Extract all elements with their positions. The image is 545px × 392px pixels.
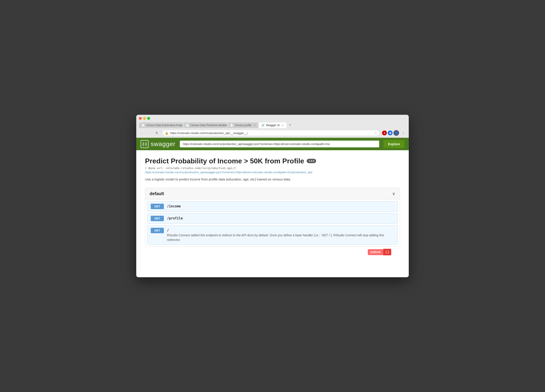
maximize-window-button[interactable] bbox=[147, 117, 150, 120]
endpoint-inner-root: GET / RStudio Connect added this endpoin… bbox=[148, 226, 397, 244]
minimize-window-button[interactable] bbox=[143, 117, 146, 120]
bookmark-icon[interactable]: ☆ bbox=[374, 131, 377, 135]
browser-tab-3[interactable]: 📄 Census profile ✕ bbox=[227, 122, 258, 128]
url-text: https://colorado.rstudio.com/rsc/product… bbox=[170, 131, 372, 135]
error-icon-button[interactable]: {-} bbox=[383, 249, 391, 255]
close-window-button[interactable] bbox=[139, 117, 142, 120]
chevron-down-icon: ∨ bbox=[392, 191, 395, 196]
swagger-url-input[interactable] bbox=[180, 141, 379, 147]
default-section-header[interactable]: default ∨ bbox=[145, 188, 400, 200]
profile-avatar[interactable]: 👤 bbox=[393, 130, 399, 136]
endpoint-row-income[interactable]: GET /income bbox=[147, 201, 398, 212]
lock-icon: 🔒 bbox=[165, 131, 168, 135]
method-badge-root: GET bbox=[151, 228, 164, 233]
browser-window: 📄 Census Data Exploratory Analy... ✕ 📄 C… bbox=[136, 115, 409, 277]
swagger-header: {-} swagger Explore bbox=[136, 138, 409, 150]
swagger-logo-icon: {-} bbox=[141, 140, 149, 148]
url-bar-container: ← → ↻ 🔒 https://colorado.rstudio.com/rsc… bbox=[136, 128, 409, 138]
method-badge-income: GET bbox=[151, 204, 164, 209]
default-section-title: default bbox=[150, 191, 164, 196]
api-title-block: Predict Probability of Income > 50K from… bbox=[145, 157, 400, 174]
version-badge: 1.0.0 bbox=[307, 159, 316, 163]
endpoint-path-profile: /profile bbox=[167, 216, 183, 221]
title-bar: 📄 Census Data Exploratory Analy... ✕ 📄 C… bbox=[136, 115, 409, 128]
api-title: Predict Probability of Income > 50K from… bbox=[145, 157, 400, 165]
reload-button[interactable]: ↻ bbox=[154, 130, 160, 136]
more-options-button[interactable]: ⋮ bbox=[400, 130, 406, 136]
tab-icon-1: 📄 bbox=[142, 124, 145, 127]
browser-actions: ● ◈ 👤 ⋮ bbox=[382, 130, 406, 136]
api-description: Use a logistic model to predict income f… bbox=[145, 178, 400, 181]
browser-tab-4[interactable]: 🔗 Swagger UI ✕ bbox=[259, 122, 286, 128]
error-label: ERROR bbox=[368, 249, 383, 255]
endpoint-desc-root: RStudio Connect added this endpoint to r… bbox=[167, 233, 394, 242]
tab-close-4[interactable]: ✕ bbox=[282, 124, 284, 127]
tab-label-3: Census profile bbox=[235, 124, 251, 127]
api-title-text: Predict Probability of Income > 50K from… bbox=[145, 157, 304, 165]
method-badge-profile: GET bbox=[151, 216, 164, 221]
endpoint-inner-profile: GET /profile bbox=[148, 214, 397, 223]
back-button[interactable]: ← bbox=[139, 130, 145, 136]
explore-button[interactable]: Explore bbox=[384, 140, 404, 148]
nav-buttons: ← → ↻ bbox=[139, 130, 160, 136]
new-tab-button[interactable]: + bbox=[287, 122, 293, 128]
tab-close-3[interactable]: ✕ bbox=[254, 124, 256, 127]
title-bar-controls bbox=[139, 117, 406, 120]
tabs-bar: 📄 Census Data Exploratory Analy... ✕ 📄 C… bbox=[139, 122, 406, 128]
forward-button[interactable]: → bbox=[146, 130, 152, 136]
browser-tab-1[interactable]: 📄 Census Data Exploratory Analy... ✕ bbox=[139, 122, 183, 128]
url-bar[interactable]: 🔒 https://colorado.rstudio.com/rsc/produ… bbox=[162, 130, 380, 136]
swagger-content: Predict Probability of Income > 50K from… bbox=[136, 150, 409, 277]
tab-icon-3: 📄 bbox=[230, 124, 233, 127]
tab-icon-4: 🔗 bbox=[261, 124, 265, 127]
extension-red-icon[interactable]: ● bbox=[382, 130, 387, 135]
tab-label-4: Swagger UI bbox=[266, 124, 280, 127]
default-section: default ∨ GET /income GET /profile bbox=[145, 188, 400, 247]
swagger-logo: {-} swagger bbox=[141, 140, 175, 148]
endpoint-path-income: /income bbox=[167, 204, 181, 209]
swagger-footer: ERROR {-} bbox=[145, 247, 400, 257]
tab-label-1: Census Data Exploratory Analy... bbox=[146, 124, 183, 127]
tab-label-2: Census Data Predictive Models bbox=[190, 124, 227, 127]
endpoint-row-profile[interactable]: GET /profile bbox=[147, 213, 398, 224]
base-url: [ Base url: colorado.rstudio.com/rsc/pro… bbox=[145, 166, 400, 170]
swagger-logo-text: swagger bbox=[151, 141, 175, 148]
api-spec-link[interactable]: https://colorado.rstudio.com/rsc/product… bbox=[145, 171, 400, 174]
browser-tab-2[interactable]: 📄 Census Data Predictive Models ✕ bbox=[183, 122, 227, 128]
tab-icon-2: 📄 bbox=[186, 124, 189, 127]
endpoint-path-root: / bbox=[167, 228, 169, 232]
url-icons: ☆ bbox=[374, 131, 377, 135]
extension-blue-icon[interactable]: ◈ bbox=[388, 130, 393, 135]
endpoint-inner-income: GET /income bbox=[148, 202, 397, 211]
endpoint-row-root[interactable]: GET / RStudio Connect added this endpoin… bbox=[147, 225, 398, 245]
